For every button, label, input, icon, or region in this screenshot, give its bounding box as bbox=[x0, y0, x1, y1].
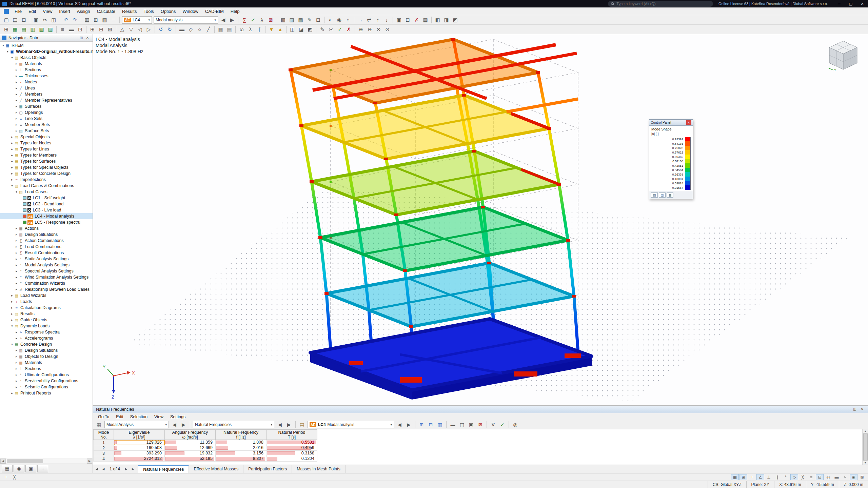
cell-natural-period[interactable]: 0.1204 bbox=[267, 456, 317, 462]
search-icon[interactable]: ◎ bbox=[511, 421, 519, 428]
expand-arrow-icon[interactable]: ▸ bbox=[10, 306, 14, 309]
tree-item-combination-wizards[interactable]: ▸*Combination Wizards bbox=[0, 280, 93, 286]
tree-item-lines[interactable]: ▸╱Lines bbox=[0, 85, 93, 91]
results-menu-settings[interactable]: Settings bbox=[167, 414, 189, 419]
scroll-right-button[interactable]: ▶ bbox=[87, 459, 92, 464]
control-panel[interactable]: Control Panel ✕ Mode Shape |u| [-] 0.923… bbox=[649, 119, 693, 199]
tree-item-members[interactable]: ▸╱Members bbox=[0, 91, 93, 97]
tree-item-lc5-response-spectru[interactable]: AELC5 - Response spectru bbox=[0, 219, 93, 225]
toolbar-button[interactable]: ⊞ bbox=[2, 25, 11, 34]
expand-arrow-icon[interactable]: ▸ bbox=[10, 147, 14, 151]
row-header[interactable]: 1 bbox=[94, 440, 114, 445]
toolbar-button[interactable]: ◫ bbox=[288, 25, 297, 34]
toolbar-button[interactable]: ◩ bbox=[306, 25, 314, 34]
toolbar-button[interactable]: ▬ bbox=[449, 421, 457, 428]
eigenvalue-button[interactable]: λ bbox=[258, 16, 266, 24]
cell-natural-period[interactable]: 0.5531 bbox=[267, 440, 317, 445]
expand-arrow-icon[interactable]: ▸ bbox=[15, 129, 18, 133]
collapse-arrow-icon[interactable]: ▾ bbox=[10, 184, 14, 187]
expand-arrow-icon[interactable]: ▸ bbox=[10, 141, 14, 145]
toolbar-button[interactable]: ◉ bbox=[335, 16, 343, 24]
tree-item-calculation-diagrams[interactable]: ▸≈Calculation Diagrams bbox=[0, 305, 93, 311]
snap-perpendicular-toggle[interactable]: ⊥ bbox=[765, 474, 773, 480]
next-load-case-button[interactable]: ▶ bbox=[228, 16, 236, 24]
toolbar-button[interactable]: ⊕ bbox=[357, 25, 365, 34]
tree-item-guide-objects[interactable]: ▸▤Guide Objects bbox=[0, 317, 93, 323]
tree-item-types-for-lines[interactable]: ▸▤Types for Lines bbox=[0, 146, 93, 152]
collapse-arrow-icon[interactable]: ▾ bbox=[1, 44, 5, 47]
scrollbar-thumb[interactable] bbox=[863, 433, 868, 461]
cell-natural-period[interactable]: 0.4959 bbox=[267, 445, 317, 451]
toolbar-button[interactable]: ╱ bbox=[204, 25, 213, 34]
cell-natural-period[interactable]: 0.3168 bbox=[267, 451, 317, 456]
tree-item-seismic-configurations[interactable]: ▸*Seismic Configurations bbox=[0, 384, 93, 390]
toolbar-button[interactable]: ▧ bbox=[37, 25, 46, 34]
toolbar-button[interactable]: ∫ bbox=[255, 25, 263, 34]
toolbar-button[interactable]: ✗ bbox=[412, 16, 421, 24]
toolbar-button[interactable]: ◩ bbox=[451, 16, 459, 24]
expand-arrow-icon[interactable]: ▸ bbox=[15, 80, 18, 84]
tree-item-types-for-nodes[interactable]: ▸▤Types for Nodes bbox=[0, 140, 93, 146]
color-scale[interactable]: 0.923920.841350.758780.676220.593650.511… bbox=[651, 137, 691, 190]
expand-arrow-icon[interactable]: ▸ bbox=[15, 330, 18, 334]
3d-viewport[interactable]: X Y Z LC4 - Modal analysis Modal Analysi… bbox=[93, 34, 868, 405]
tree-item-accelerograms[interactable]: ▸≈Accelerograms bbox=[0, 335, 93, 341]
snap-center-toggle[interactable]: ◎ bbox=[824, 474, 832, 480]
toolbar-button[interactable]: ◁ bbox=[136, 25, 144, 34]
control-panel-title-bar[interactable]: Control Panel ✕ bbox=[649, 120, 693, 126]
menu-calculate[interactable]: Calculate bbox=[94, 7, 119, 15]
model-scene[interactable]: X Y Z bbox=[93, 34, 868, 405]
menu-view[interactable]: View bbox=[39, 7, 56, 15]
toolbar-button[interactable]: ⊠ bbox=[106, 25, 114, 34]
menu-cad-bim[interactable]: CAD-BIM bbox=[202, 7, 227, 15]
toolbar-button[interactable]: ≡ bbox=[109, 16, 118, 24]
toolbar-button[interactable]: △ bbox=[118, 25, 126, 34]
toolbar-button[interactable]: ◨ bbox=[442, 16, 451, 24]
expand-arrow-icon[interactable]: ▸ bbox=[10, 178, 14, 181]
expand-arrow-icon[interactable]: ▸ bbox=[15, 257, 18, 261]
previous-load-case-button[interactable]: ◀ bbox=[219, 16, 228, 24]
tree-item-dynamic-loads[interactable]: ▾▤Dynamic Loads bbox=[0, 323, 93, 329]
expand-arrow-icon[interactable]: ▸ bbox=[15, 361, 18, 364]
table-row-mode-2[interactable]: 2160.50812.6692.0160.4959 bbox=[94, 445, 317, 451]
tree-item-spectral-analysis-settings[interactable]: ▸*Spectral Analysis Settings bbox=[0, 268, 93, 274]
tree-item-concrete-design[interactable]: ▾▤Concrete Design bbox=[0, 341, 93, 347]
snap-point-toggle[interactable]: + bbox=[748, 474, 756, 480]
previous-table-button[interactable]: ◀ bbox=[170, 421, 179, 428]
toolbar-button[interactable]: ⊟ bbox=[314, 16, 322, 24]
scrollbar-track[interactable] bbox=[6, 459, 86, 464]
loading-combo[interactable]: AELC4Modal analysis▾ bbox=[308, 421, 394, 428]
cell-angular-frequency[interactable]: 19.832 bbox=[165, 451, 216, 456]
tree-item-actions[interactable]: ▸▦Actions bbox=[0, 225, 93, 231]
toolbar-button[interactable]: ▼ bbox=[267, 25, 276, 34]
row-header[interactable]: 2 bbox=[94, 445, 114, 451]
tree-item-nodes[interactable]: ▸•Nodes bbox=[0, 79, 93, 85]
panel-display-factors-button[interactable]: ◫ bbox=[659, 192, 666, 198]
toolbar-button[interactable]: ✂ bbox=[327, 25, 335, 34]
panel-color-scale-button[interactable]: ▤ bbox=[651, 192, 658, 198]
expand-arrow-icon[interactable]: ▸ bbox=[15, 117, 18, 120]
expand-arrow-icon[interactable]: ▸ bbox=[15, 288, 18, 291]
origin-marker-icon[interactable]: + bbox=[2, 474, 10, 480]
toolbar-button[interactable]: ▲ bbox=[276, 25, 284, 34]
tree-item-result-combinations[interactable]: ▸∑Result Combinations bbox=[0, 250, 93, 256]
work-plane-toggle[interactable]: ▣ bbox=[850, 474, 857, 480]
toolbar-button[interactable]: ▥ bbox=[436, 421, 444, 428]
cut-button[interactable]: ✂ bbox=[41, 16, 49, 24]
tree-item-webinar-sd-original-without-results-rf6[interactable]: ▾▣Webinar-SD-original_without-results.rf… bbox=[0, 48, 93, 55]
cell-angular-frequency[interactable]: 11.359 bbox=[165, 440, 216, 445]
toolbar-button[interactable]: ◧ bbox=[433, 16, 442, 24]
save-button[interactable]: ⊡ bbox=[20, 16, 28, 24]
expand-arrow-icon[interactable]: ▸ bbox=[15, 93, 18, 96]
tab-participation-factors[interactable]: Participation Factors bbox=[243, 465, 292, 473]
cell-natural-frequency[interactable]: 1.808 bbox=[216, 440, 267, 445]
rotate-view-button[interactable]: ↺ bbox=[157, 25, 165, 34]
expand-arrow-icon[interactable]: ▸ bbox=[15, 99, 18, 102]
results-menu-view[interactable]: View bbox=[151, 414, 167, 419]
toolbar-button[interactable]: ↻ bbox=[165, 25, 174, 34]
toolbar-button[interactable]: ▦ bbox=[421, 16, 430, 24]
expand-arrow-icon[interactable]: ▸ bbox=[15, 86, 18, 90]
tab-effective-modal-masses[interactable]: Effective Modal Masses bbox=[189, 465, 243, 473]
spline-snap-toggle[interactable]: ≈ bbox=[841, 474, 849, 480]
expand-arrow-icon[interactable]: ▸ bbox=[10, 172, 14, 175]
